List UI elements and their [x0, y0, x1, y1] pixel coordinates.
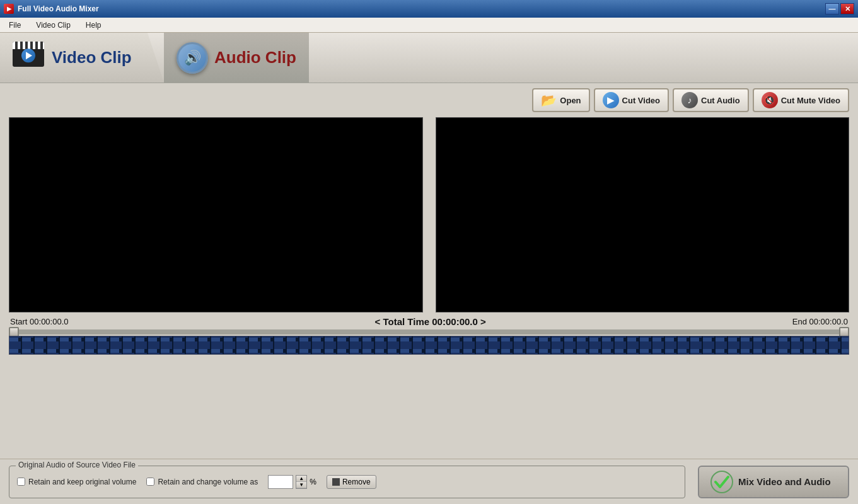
audio-clip-icon: 🔊 — [177, 42, 208, 74]
retain-change-label: Retain and change volume as — [158, 478, 258, 486]
volume-group: 100 ▲ ▼ % — [268, 475, 316, 489]
volume-input[interactable]: 100 — [268, 475, 293, 489]
bottom-section: Original Audio of Source Video File Reta… — [0, 459, 858, 504]
audio-options-group: Original Audio of Source Video File Reta… — [9, 466, 685, 498]
mix-video-audio-button[interactable]: Mix Video and Audio — [698, 466, 849, 498]
volume-spinbox: ▲ ▼ — [296, 475, 307, 489]
group-label: Original Audio of Source Video File — [16, 461, 138, 469]
tab-video[interactable]: Video Clip — [0, 33, 164, 83]
open-label: Open — [560, 96, 581, 105]
title-bar: ▶ Full Video Audio Mixer — ✕ — [0, 0, 858, 18]
remove-label: Remove — [342, 478, 371, 486]
volume-up-button[interactable]: ▲ — [296, 476, 306, 482]
retain-original-volume-item: Retain and keep original volume — [17, 478, 136, 486]
menu-videoclip[interactable]: Video Clip — [32, 20, 74, 31]
retain-change-volume-checkbox[interactable] — [146, 478, 154, 486]
cut-audio-button[interactable]: ♪ Cut Audio — [673, 88, 749, 112]
cut-audio-label: Cut Audio — [701, 96, 740, 105]
open-folder-icon: 📂 — [541, 93, 557, 108]
window-title: Full Video Audio Mixer — [18, 4, 99, 13]
total-time-label: < Total Time 00:00:00.0 > — [375, 316, 486, 327]
header-section: Video Clip 🔊 Audio Clip — [0, 33, 858, 83]
timeline-labels: Start 00:00:00.0 < Total Time 00:00:00.0… — [9, 316, 849, 327]
tab-audio-label: Audio Clip — [214, 48, 296, 67]
cut-video-icon: ▶ — [603, 92, 619, 108]
close-button[interactable]: ✕ — [840, 3, 854, 14]
remove-icon — [332, 478, 340, 486]
menu-bar: File Video Clip Help — [0, 18, 858, 33]
cut-video-button[interactable]: ▶ Cut Video — [594, 88, 669, 112]
toolbar: 📂 Open ▶ Cut Video ♪ Cut Audio 🔇 Cut Mut… — [9, 88, 849, 112]
end-time-label: End 00:00:00.0 — [792, 317, 848, 326]
cut-mute-label: Cut Mute Video — [781, 96, 840, 105]
slider-track — [9, 329, 849, 335]
minimize-button[interactable]: — — [825, 3, 839, 14]
cut-mute-icon: 🔇 — [762, 92, 778, 108]
mix-checkmark-icon — [710, 471, 733, 493]
video-panel-left — [9, 117, 423, 312]
open-button[interactable]: 📂 Open — [532, 88, 589, 112]
start-time-label: Start 00:00:00.0 — [10, 317, 69, 326]
app-icon: ▶ — [4, 4, 14, 14]
tab-video-label: Video Clip — [52, 48, 132, 67]
percent-label: % — [310, 478, 316, 486]
video-panel-right — [436, 117, 850, 312]
video-clip-icon — [13, 42, 45, 74]
retain-change-volume-item: Retain and change volume as — [146, 478, 258, 486]
video-panels — [9, 117, 849, 312]
cut-audio-icon: ♪ — [681, 92, 698, 108]
tab-audio[interactable]: 🔊 Audio Clip — [164, 33, 309, 83]
remove-button[interactable]: Remove — [327, 475, 376, 489]
timeline-slider[interactable] — [9, 329, 849, 355]
speaker-icon: 🔊 — [184, 50, 201, 66]
retain-original-label: Retain and keep original volume — [28, 478, 136, 486]
window-controls: — ✕ — [825, 3, 854, 14]
mix-label: Mix Video and Audio — [738, 476, 831, 487]
cut-video-label: Cut Video — [622, 96, 660, 105]
menu-file[interactable]: File — [5, 20, 25, 31]
retain-original-volume-checkbox[interactable] — [17, 478, 25, 486]
volume-down-button[interactable]: ▼ — [296, 482, 306, 488]
cut-mute-video-button[interactable]: 🔇 Cut Mute Video — [753, 88, 849, 112]
menu-help[interactable]: Help — [82, 20, 105, 31]
filmstrip — [9, 336, 849, 355]
